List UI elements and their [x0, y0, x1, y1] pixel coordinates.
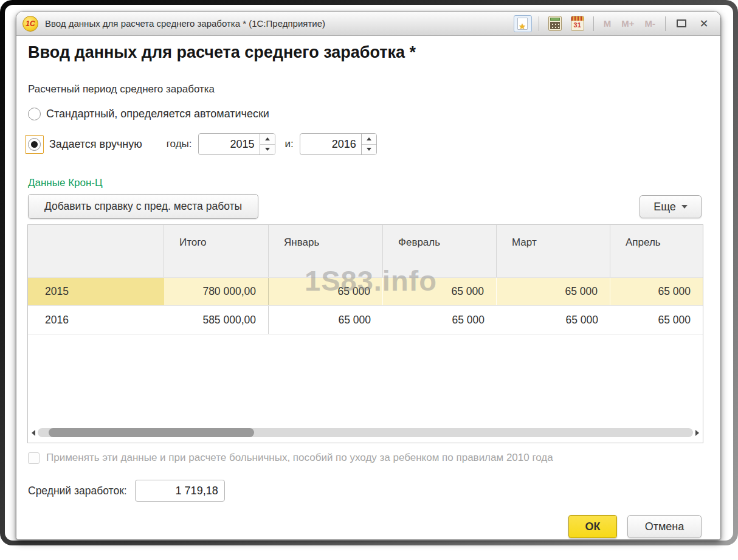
month-cell[interactable]: 65 000 — [497, 306, 610, 334]
col-header-total[interactable]: Итого — [164, 225, 269, 277]
radio-standard[interactable] — [28, 108, 41, 120]
col-header-january[interactable]: Январь — [269, 225, 383, 277]
average-earnings-input[interactable] — [135, 480, 225, 502]
titlebar-separator — [539, 16, 539, 31]
scroll-right-icon[interactable] — [695, 430, 699, 436]
ok-button[interactable]: ОК — [568, 515, 617, 538]
month-cell[interactable]: 65 000 — [610, 306, 703, 334]
col-header-april[interactable]: Апрель — [610, 225, 703, 277]
spin-up-icon — [265, 137, 270, 140]
close-icon: ✕ — [698, 18, 709, 29]
calendar-button[interactable]: 31 — [568, 15, 587, 32]
titlebar-separator — [593, 16, 594, 31]
radio-manual[interactable] — [28, 138, 41, 151]
year-cell[interactable]: 2016 — [28, 306, 164, 334]
favorite-star-icon: ★ — [517, 18, 528, 30]
col-header-february[interactable]: Февраль — [383, 225, 497, 277]
year-to-input[interactable] — [300, 134, 361, 154]
radio-focus-outline — [25, 135, 44, 154]
radio-standard-row[interactable]: Стандартный, определяется автоматически — [28, 108, 269, 120]
scroll-left-icon[interactable] — [32, 430, 35, 436]
earnings-table[interactable]: Итого Январь Февраль Март Апрель 2015 78… — [27, 224, 703, 443]
average-earnings-label: Средний заработок: — [28, 485, 127, 497]
month-cell[interactable]: 65 000 — [383, 306, 497, 334]
month-cell[interactable]: 65 000 — [269, 278, 383, 305]
table-header-row: Итого Январь Февраль Март Апрель — [28, 225, 703, 278]
dialog-footer: ОК Отмена — [568, 515, 702, 538]
favorites-button[interactable]: ★ — [514, 15, 532, 32]
more-button-label: Еще — [654, 201, 676, 213]
1c-logo-icon: 1С — [22, 16, 38, 32]
year-from-down-button[interactable] — [260, 145, 275, 155]
year-from-spinner[interactable] — [198, 133, 275, 155]
year-to-down-button[interactable] — [362, 145, 376, 155]
maximize-icon — [677, 19, 686, 27]
more-button[interactable]: Еще — [640, 195, 702, 218]
col-header-year[interactable] — [28, 225, 164, 277]
table-empty-area — [28, 334, 703, 426]
year-cell[interactable]: 2015 — [28, 278, 164, 305]
memory-plus-button[interactable]: M+ — [618, 18, 637, 29]
year-from-up-button[interactable] — [260, 134, 275, 145]
spin-down-icon — [265, 148, 270, 151]
month-cell[interactable]: 65 000 — [610, 278, 703, 305]
cancel-button[interactable]: Отмена — [627, 515, 702, 538]
apply-rules-checkbox[interactable] — [28, 452, 40, 464]
average-earnings-row: Средний заработок: — [28, 480, 225, 502]
table-row-2016[interactable]: 2016 585 000,00 65 000 65 000 65 000 65 … — [28, 305, 703, 334]
years-label: годы: — [167, 138, 192, 150]
radio-standard-label: Стандартный, определяется автоматически — [46, 108, 269, 120]
dialog-body: Ввод данных для расчета среднего заработ… — [16, 36, 720, 539]
memory-minus-button[interactable]: M- — [642, 18, 659, 29]
page-title: Ввод данных для расчета среднего заработ… — [28, 43, 416, 62]
table-row-2015[interactable]: 2015 780 000,00 65 000 65 000 65 000 65 … — [28, 278, 703, 305]
dialog-window: 1С Ввод данных для расчета среднего зара… — [16, 11, 721, 540]
year-to-up-button[interactable] — [362, 134, 376, 145]
total-cell[interactable]: 585 000,00 — [164, 306, 269, 334]
chevron-down-icon — [681, 205, 688, 209]
maximize-button[interactable] — [672, 15, 691, 32]
month-cell[interactable]: 65 000 — [497, 278, 610, 305]
col-header-march[interactable]: Март — [497, 225, 610, 277]
period-section-label: Расчетный период среднего заработка — [28, 83, 215, 95]
apply-rules-checkbox-row[interactable]: Применять эти данные и при расчете больн… — [28, 452, 553, 464]
scrollbar-thumb[interactable] — [49, 428, 254, 437]
scrollbar-track[interactable] — [38, 428, 693, 437]
radio-manual-row[interactable]: Задается вручную годы: и: — [25, 133, 377, 155]
year-from-input[interactable] — [199, 134, 260, 154]
calculator-icon — [548, 16, 562, 31]
spin-up-icon — [367, 137, 371, 140]
radio-manual-label: Задается вручную — [49, 138, 142, 151]
data-source-link[interactable]: Данные Крон-Ц — [28, 177, 103, 189]
window-title: Ввод данных для расчета среднего заработ… — [45, 18, 325, 29]
total-cell[interactable]: 780 000,00 — [164, 278, 269, 305]
horizontal-scrollbar[interactable] — [28, 426, 703, 443]
calculator-button[interactable] — [546, 15, 564, 32]
add-reference-button[interactable]: Добавить справку с пред. места работы — [28, 194, 258, 219]
close-button[interactable]: ✕ — [695, 15, 713, 32]
apply-rules-label: Применять эти данные и при расчете больн… — [46, 452, 553, 464]
memory-recall-button[interactable]: M — [601, 18, 615, 29]
titlebar[interactable]: 1С Ввод данных для расчета среднего зара… — [16, 12, 720, 36]
year-to-spinner[interactable] — [300, 133, 377, 155]
titlebar-separator — [665, 16, 666, 31]
calendar-icon: 31 — [571, 16, 584, 31]
month-cell[interactable]: 65 000 — [269, 306, 383, 334]
and-label: и: — [285, 138, 294, 150]
month-cell[interactable]: 65 000 — [383, 278, 497, 305]
spin-down-icon — [367, 148, 371, 151]
